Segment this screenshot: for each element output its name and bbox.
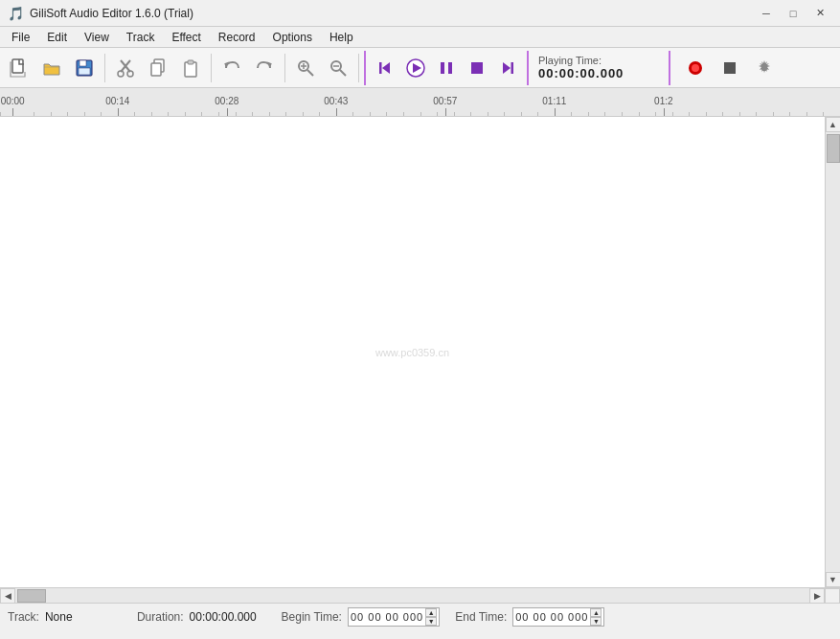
playing-time-value: 00:00:00.000	[538, 66, 663, 80]
svg-rect-26	[448, 62, 452, 74]
settings-button[interactable]	[749, 53, 780, 83]
ruler-minor-tick	[403, 112, 404, 116]
ruler-minor-tick	[773, 112, 774, 116]
hscrollbar-right-button[interactable]: ▶	[809, 588, 825, 604]
ruler-minor-tick	[571, 112, 572, 116]
menu-track[interactable]: Track	[119, 29, 163, 46]
hscrollbar-left-button[interactable]: ◀	[0, 588, 15, 604]
next-button[interactable]	[492, 53, 523, 83]
menu-effect[interactable]: Effect	[164, 29, 208, 46]
begin-time-group: Begin Time: 00 00 00 000 ▲ ▼	[282, 607, 441, 627]
maximize-button[interactable]: □	[781, 4, 806, 23]
begin-time-down[interactable]: ▼	[425, 617, 437, 626]
track-value: None	[45, 610, 122, 624]
menu-view[interactable]: View	[77, 29, 117, 46]
menu-help[interactable]: Help	[322, 29, 361, 46]
begin-time-up[interactable]: ▲	[425, 608, 437, 617]
title-bar-left: 🎵 GiliSoft Audio Editor 1.6.0 (Trial)	[8, 6, 193, 21]
track-group: Track: None	[8, 610, 122, 624]
ruler-minor-tick	[639, 112, 640, 116]
paste-button[interactable]	[175, 53, 206, 83]
new-button[interactable]	[4, 53, 34, 83]
begin-time-spinner: ▲ ▼	[425, 608, 437, 626]
transport-section	[364, 51, 529, 85]
menu-record[interactable]: Record	[211, 29, 263, 46]
ruler-minor-tick	[521, 112, 522, 116]
ruler-minor-tick	[34, 112, 34, 116]
begin-time-label: Begin Time:	[282, 610, 342, 624]
cut-button[interactable]	[110, 53, 141, 83]
play-button[interactable]	[400, 53, 431, 83]
ruler-tick-6	[664, 108, 665, 116]
ruler-label-5: 01:11	[542, 96, 566, 106]
ruler-minor-tick	[806, 112, 807, 116]
ruler-minor-tick	[101, 112, 102, 116]
zoom-in-button[interactable]	[290, 53, 321, 83]
end-time-label: End Time:	[455, 610, 507, 624]
undo-button[interactable]	[216, 53, 247, 83]
begin-time-value: 00 00 00 000	[351, 611, 423, 623]
ruler-minor-tick	[823, 112, 824, 116]
zoom-out-button[interactable]	[323, 53, 353, 83]
hscrollbar-corner	[825, 588, 840, 604]
ruler-minor-tick	[0, 112, 1, 116]
open-button[interactable]	[36, 53, 67, 83]
waveform-canvas[interactable]: www.pc0359.cn	[0, 117, 825, 587]
ruler-minor-tick	[151, 112, 152, 116]
ruler-minor-tick	[504, 112, 505, 116]
hscrollbar-thumb[interactable]	[17, 589, 46, 603]
svg-marker-21	[382, 62, 390, 74]
ruler-minor-tick	[252, 112, 253, 116]
record-stop-button[interactable]	[715, 53, 745, 83]
ruler-tick-2	[227, 108, 228, 116]
close-button[interactable]: ✕	[807, 4, 832, 23]
svg-rect-29	[511, 62, 514, 74]
svg-line-15	[307, 70, 313, 76]
ruler-label-3: 00:43	[324, 96, 348, 106]
ruler-label-4: 00:57	[433, 96, 457, 106]
ruler-minor-tick	[352, 112, 353, 116]
save-button[interactable]	[69, 53, 100, 83]
ruler-minor-tick	[622, 112, 623, 116]
end-time-up[interactable]: ▲	[590, 608, 602, 617]
prev-button[interactable]	[370, 53, 400, 83]
ruler-minor-tick	[672, 112, 673, 116]
recording-section	[680, 51, 780, 85]
ruler-minor-tick	[218, 112, 219, 116]
end-time-spinner: ▲ ▼	[590, 608, 602, 626]
ruler-minor-tick	[454, 112, 455, 116]
ruler-minor-tick	[386, 112, 387, 116]
svg-marker-28	[503, 62, 511, 74]
vscrollbar-up-button[interactable]: ▲	[826, 117, 841, 132]
record-button[interactable]	[680, 53, 711, 83]
begin-time-input[interactable]: 00 00 00 000 ▲ ▼	[348, 607, 440, 627]
ruler-minor-tick	[739, 112, 740, 116]
main-content: 00:00 00:14 00:28 00:43 00:57 01:11 01:2…	[0, 88, 840, 639]
vscrollbar-down-button[interactable]: ▼	[826, 572, 841, 587]
vscrollbar-thumb[interactable]	[827, 134, 840, 163]
ruler-minor-tick	[134, 112, 135, 116]
ruler-minor-tick	[706, 112, 707, 116]
vscrollbar-track[interactable]	[826, 132, 841, 572]
menu-file[interactable]: File	[4, 29, 37, 46]
svg-rect-3	[79, 68, 90, 75]
svg-line-19	[340, 70, 346, 76]
menu-options[interactable]: Options	[265, 29, 320, 46]
ruler-minor-tick	[319, 112, 320, 116]
end-time-input[interactable]: 00 00 00 000 ▲ ▼	[512, 607, 604, 627]
redo-button[interactable]	[249, 53, 280, 83]
ruler-minor-tick	[67, 112, 68, 116]
pause-button[interactable]	[431, 53, 462, 83]
ruler-tick-4	[445, 108, 446, 116]
svg-rect-27	[471, 62, 483, 74]
svg-rect-25	[441, 62, 444, 74]
minimize-button[interactable]: ─	[754, 4, 779, 23]
menu-edit[interactable]: Edit	[39, 29, 75, 46]
stop-button[interactable]	[462, 53, 492, 83]
hscrollbar-track[interactable]	[15, 588, 809, 603]
copy-button[interactable]	[143, 53, 173, 83]
ruler-minor-tick	[789, 112, 790, 116]
toolbar-sep-3	[284, 54, 285, 82]
ruler-minor-tick	[437, 112, 438, 116]
end-time-down[interactable]: ▼	[590, 617, 602, 626]
